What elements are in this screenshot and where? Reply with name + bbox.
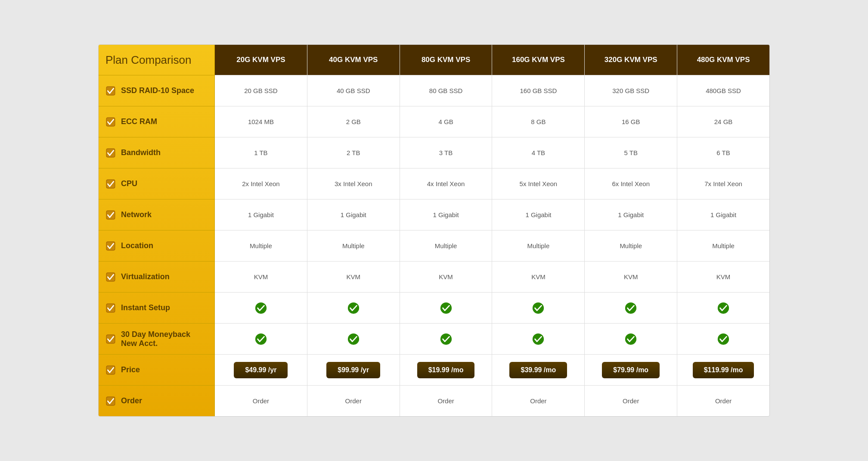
plan-cell-4-1: 16 GB: [585, 106, 677, 137]
plan-cell-0-3: 2x Intel Xeon: [215, 168, 307, 199]
order-button-1[interactable]: $99.99 /yr: [326, 362, 380, 378]
feature-row-6: Virtualization: [99, 261, 214, 292]
svg-point-13: [348, 302, 359, 313]
plan-cell-0-2: 1 TB: [215, 137, 307, 168]
plan-col-1: 40G KVM VPS40 GB SSD2 GB2 TB3x Intel Xeo…: [307, 45, 400, 416]
plan-col-4: 320G KVM VPS320 GB SSD16 GB5 TB6x Intel …: [585, 45, 677, 416]
feature-row-10: Order: [99, 385, 214, 416]
plan-cell-1-2: 2 TB: [307, 137, 400, 168]
plan-cell-5-4: 1 Gigabit: [677, 199, 769, 230]
plan-col-2: 80G KVM VPS80 GB SSD4 GB3 TB4x Intel Xeo…: [400, 45, 493, 416]
order-button-3[interactable]: $39.99 /mo: [509, 362, 567, 378]
feature-row-5: Location: [99, 230, 214, 261]
checkbox-icon-3: [105, 179, 116, 189]
plan-header-3: 160G KVM VPS: [492, 45, 584, 75]
checkmark-cell-4-8: [585, 323, 677, 354]
plan-col-3: 160G KVM VPS160 GB SSD8 GB4 TB5x Intel X…: [492, 45, 585, 416]
plan-cell-2-2: 3 TB: [400, 137, 492, 168]
order-button-4[interactable]: $79.99 /mo: [602, 362, 660, 378]
plan-cell-0-1: 1024 MB: [215, 106, 307, 137]
plan-cell-5-2: 6 TB: [677, 137, 769, 168]
plan-cell-1-1: 2 GB: [307, 106, 400, 137]
plan-cell-4-10: Order: [585, 385, 677, 416]
svg-point-20: [625, 333, 636, 344]
order-cell-5: $119.99 /mo: [677, 354, 769, 385]
plan-cell-2-10: Order: [400, 385, 492, 416]
plan-cell-1-4: 1 Gigabit: [307, 199, 400, 230]
plan-cell-5-5: Multiple: [677, 230, 769, 261]
checkmark-cell-5-8: [677, 323, 769, 354]
feature-label-6: Virtualization: [121, 272, 170, 281]
plan-cell-0-5: Multiple: [215, 230, 307, 261]
feature-row-2: Bandwidth: [99, 137, 214, 168]
plan-cell-5-1: 24 GB: [677, 106, 769, 137]
checkbox-icon-0: [105, 86, 116, 96]
plan-cell-2-6: KVM: [400, 261, 492, 292]
checkbox-icon-7: [105, 303, 116, 313]
plan-cell-1-5: Multiple: [307, 230, 400, 261]
svg-point-21: [718, 302, 729, 313]
plan-col-5: 480G KVM VPS480GB SSD24 GB6 TB7x Intel X…: [677, 45, 769, 416]
checkbox-icon-1: [105, 117, 116, 127]
feature-row-9: Price: [99, 354, 214, 385]
plan-cell-5-3: 7x Intel Xeon: [677, 168, 769, 199]
feature-column: Plan Comparison SSD RAID-10 Space ECC RA…: [99, 45, 215, 416]
table-title: Plan Comparison: [105, 53, 191, 67]
feature-label-1: ECC RAM: [121, 117, 157, 126]
plan-header-2: 80G KVM VPS: [400, 45, 492, 75]
svg-point-14: [348, 333, 359, 344]
plan-cell-5-0: 480GB SSD: [677, 75, 769, 106]
feature-label-7: Instant Setup: [121, 303, 170, 312]
plan-cell-3-10: Order: [492, 385, 584, 416]
svg-point-18: [533, 333, 544, 344]
plan-cell-1-3: 3x Intel Xeon: [307, 168, 400, 199]
checkmark-cell-2-7: [400, 292, 492, 323]
plan-cell-5-6: KVM: [677, 261, 769, 292]
feature-label-0: SSD RAID-10 Space: [121, 86, 194, 95]
plan-cell-4-4: 1 Gigabit: [585, 199, 677, 230]
order-cell-1: $99.99 /yr: [307, 354, 400, 385]
plan-cell-4-2: 5 TB: [585, 137, 677, 168]
order-button-0[interactable]: $49.99 /yr: [234, 362, 288, 378]
order-button-2[interactable]: $19.99 /mo: [417, 362, 475, 378]
plan-cell-3-1: 8 GB: [492, 106, 584, 137]
svg-point-12: [255, 333, 267, 344]
checkbox-icon-9: [105, 365, 116, 375]
plan-cell-2-4: 1 Gigabit: [400, 199, 492, 230]
feature-label-2: Bandwidth: [121, 148, 161, 157]
svg-point-17: [533, 302, 544, 313]
plan-header-1: 40G KVM VPS: [307, 45, 400, 75]
feature-label-9: Price: [121, 365, 140, 374]
checkmark-cell-0-8: [215, 323, 307, 354]
svg-point-19: [625, 302, 636, 313]
plan-cell-4-3: 6x Intel Xeon: [585, 168, 677, 199]
plan-cell-4-5: Multiple: [585, 230, 677, 261]
plan-cell-1-6: KVM: [307, 261, 400, 292]
checkmark-cell-3-7: [492, 292, 584, 323]
plan-header-0: 20G KVM VPS: [215, 45, 307, 75]
order-cell-3: $39.99 /mo: [492, 354, 584, 385]
feature-row-4: Network: [99, 199, 214, 230]
feature-row-7: Instant Setup: [99, 292, 214, 323]
feature-row-8: 30 Day Moneyback New Acct.: [99, 323, 214, 354]
plan-columns: 20G KVM VPS20 GB SSD1024 MB1 TB2x Intel …: [215, 45, 769, 416]
plan-header-5: 480G KVM VPS: [677, 45, 769, 75]
svg-point-15: [440, 302, 451, 313]
feature-label-4: Network: [121, 210, 152, 219]
checkbox-icon-10: [105, 396, 116, 406]
order-cell-2: $19.99 /mo: [400, 354, 492, 385]
plan-cell-0-6: KVM: [215, 261, 307, 292]
plan-header-4: 320G KVM VPS: [585, 45, 677, 75]
plan-cell-4-0: 320 GB SSD: [585, 75, 677, 106]
plan-cell-3-4: 1 Gigabit: [492, 199, 584, 230]
svg-point-11: [255, 302, 267, 313]
checkbox-icon-4: [105, 210, 116, 220]
checkmark-cell-2-8: [400, 323, 492, 354]
comparison-table: Plan Comparison SSD RAID-10 Space ECC RA…: [98, 44, 770, 417]
feature-label-10: Order: [121, 396, 142, 405]
svg-point-16: [440, 333, 451, 344]
checkmark-cell-4-7: [585, 292, 677, 323]
plan-cell-1-0: 40 GB SSD: [307, 75, 400, 106]
order-button-5[interactable]: $119.99 /mo: [693, 362, 754, 378]
plan-cell-2-5: Multiple: [400, 230, 492, 261]
